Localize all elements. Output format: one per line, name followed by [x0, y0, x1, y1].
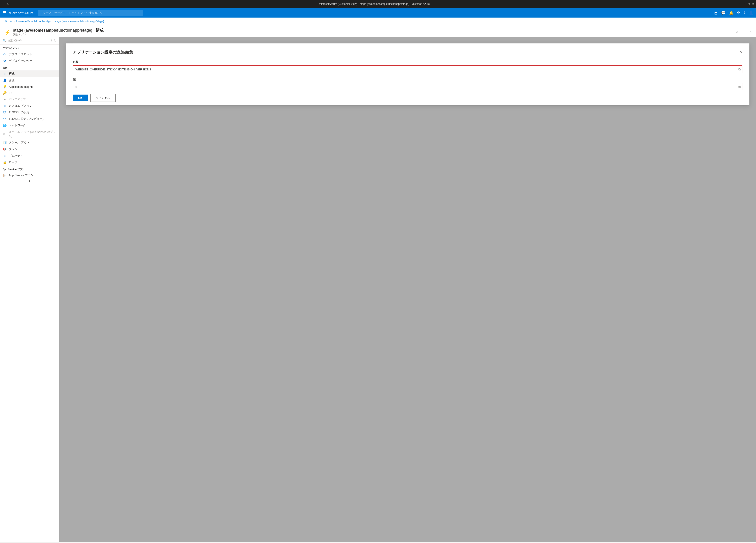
sidebar-search-input[interactable]	[7, 39, 48, 42]
push-icon: 📢	[3, 147, 7, 151]
browser-minimize-icon[interactable]: −	[744, 2, 745, 5]
sidebar-section-app-service-plan: App Service プラン	[0, 166, 59, 172]
page-close-icon[interactable]: ×	[750, 30, 752, 34]
sidebar-item-tls-ssl[interactable]: 🛡 TLS/SSL の設定	[0, 109, 59, 116]
sidebar-item-lock-label: ロック	[9, 160, 17, 164]
page-header-text: stage (awesomesamplefunctionapp/stage) |…	[13, 28, 104, 37]
sidebar-item-backup[interactable]: ☁ バックアップ	[0, 96, 59, 102]
browser-maximize-icon[interactable]: □	[748, 2, 750, 5]
sidebar-item-network[interactable]: 🌐 ネットワーク	[0, 122, 59, 129]
config-icon: ≡	[3, 72, 7, 75]
sidebar-item-deploy-center[interactable]: ⚙ デプロイ センター	[0, 57, 59, 64]
properties-icon: ≡	[3, 154, 7, 158]
sidebar-item-config-label: 構成	[9, 72, 14, 76]
id-icon: 🔑	[3, 91, 7, 95]
sidebar-item-lock[interactable]: 🔒 ロック	[0, 159, 59, 166]
sidebar-item-custom-domain[interactable]: 🖥 カスタム ドメイン	[0, 102, 59, 109]
sidebar-item-deploy-slot-label: デプロイ スロット	[9, 52, 32, 56]
sidebar-item-properties-label: プロパティ	[9, 154, 23, 158]
sidebar-item-app-insights[interactable]: 💡 Application Insights	[0, 84, 59, 90]
navbar-icons: ⬒ 💬 🔔 ⚙ ? 👤	[714, 11, 753, 15]
account-icon[interactable]: 👤	[749, 11, 753, 15]
settings-icon[interactable]: ⚙	[737, 11, 740, 15]
sidebar-refresh-icon[interactable]: ↻	[54, 39, 56, 42]
value-form-group: 値 ⧉	[73, 78, 742, 91]
sidebar-item-network-label: ネットワーク	[9, 124, 26, 127]
page-more-icon[interactable]: ···	[740, 30, 743, 34]
sidebar-item-scale-out[interactable]: 📊 スケール アウト	[0, 139, 59, 146]
sidebar-search-bar: 🔍 《 ↻	[0, 37, 59, 45]
scale-up-icon: ✏	[3, 132, 6, 136]
browser-controls: ··· − □ ×	[739, 2, 754, 5]
cloud-shell-icon[interactable]: ⬒	[714, 11, 718, 15]
sidebar-item-backup-label: バックアップ	[9, 97, 26, 101]
sidebar-item-scale-out-label: スケール アウト	[9, 141, 30, 145]
sidebar-item-custom-domain-label: カスタム ドメイン	[9, 104, 32, 108]
browser-topbar: ← ↻ Microsoft Azure (Customer View) - st…	[0, 0, 756, 8]
sidebar-item-push-label: プッシュ	[9, 147, 20, 151]
name-input[interactable]	[73, 65, 742, 73]
name-form-group: 名前 ⧉	[73, 60, 742, 73]
sidebar-item-auth-label: 認証	[9, 78, 14, 82]
sidebar-item-app-service-plan[interactable]: 📋 App Service プラン	[0, 172, 59, 179]
main-layout: 🔍 《 ↻ デプロイメント 🗂 デプロイ スロット ⚙ デプロイ センター 設定…	[0, 37, 756, 542]
dialog-overlay	[59, 37, 756, 542]
sidebar-item-tls-ssl-preview[interactable]: 🛡 TLS/SSL 設定 (プレビュー)	[0, 116, 59, 122]
value-label: 値	[73, 78, 742, 82]
dialog-close-button[interactable]: ×	[740, 50, 742, 55]
sidebar-dropdown-icon[interactable]: ▼	[0, 179, 59, 183]
name-copy-button[interactable]: ⧉	[738, 68, 741, 71]
network-icon: 🌐	[3, 124, 7, 127]
browser-back-icon[interactable]: ←	[2, 2, 5, 6]
app-insights-icon: 💡	[3, 85, 7, 88]
browser-close-icon[interactable]: ×	[752, 2, 754, 5]
sidebar-item-tls-ssl-preview-label: TLS/SSL 設定 (プレビュー)	[9, 117, 43, 121]
sidebar-collapse-icon[interactable]: 《	[49, 39, 52, 43]
deploy-center-icon: ⚙	[3, 59, 7, 63]
browser-refresh-icon[interactable]: ↻	[7, 2, 10, 6]
search-icon: 🔍	[3, 39, 6, 42]
sidebar-item-config[interactable]: ≡ 構成	[0, 70, 59, 77]
hamburger-icon[interactable]: ☰	[3, 10, 6, 15]
azure-navbar: ☰ Microsoft Azure ⬒ 💬 🔔 ⚙ ? 👤	[0, 8, 756, 18]
tls-ssl-preview-icon: 🛡	[3, 117, 7, 121]
page-title: stage (awesomesamplefunctionapp/stage) |…	[13, 28, 104, 33]
name-label: 名前	[73, 60, 742, 64]
breadcrumb-stage[interactable]: stage (awesomesamplefunctionapp/stage)	[55, 20, 104, 23]
app-service-plan-icon: 📋	[3, 174, 7, 177]
sidebar-section-settings: 設定	[0, 64, 59, 70]
browser-menu-icon[interactable]: ···	[739, 2, 741, 5]
sidebar-item-properties[interactable]: ≡ プロパティ	[0, 152, 59, 159]
page-header: ⚡ stage (awesomesamplefunctionapp/stage)…	[0, 25, 756, 37]
sidebar-item-id[interactable]: 🔑 ID	[0, 90, 59, 96]
dialog-title: アプリケーション設定の追加/編集	[73, 50, 133, 55]
value-input[interactable]	[73, 83, 742, 91]
notifications-icon[interactable]: 🔔	[729, 11, 733, 15]
ok-button[interactable]: OK	[73, 95, 88, 101]
sidebar-item-deploy-slot[interactable]: 🗂 デプロイ スロット	[0, 51, 59, 57]
tls-ssl-icon: 🛡	[3, 111, 7, 114]
value-copy-button[interactable]: ⧉	[738, 85, 741, 89]
sidebar-item-scale-up-label: スケール アップ (App Service のプラン)	[9, 130, 56, 138]
global-search-input[interactable]	[38, 10, 143, 16]
feedback-icon[interactable]: 💬	[721, 11, 726, 15]
dialog-footer: OK キャンセル	[66, 90, 749, 105]
sidebar-item-deploy-center-label: デプロイ センター	[9, 59, 32, 63]
sidebar-section-deployment: デプロイメント	[0, 45, 59, 51]
custom-domain-icon: 🖥	[3, 104, 7, 108]
page-subtitle: 関数アプリ	[13, 33, 104, 37]
browser-title: Microsoft Azure (Customer View) - stage …	[11, 2, 737, 5]
deploy-slot-icon: 🗂	[3, 52, 7, 56]
cancel-button[interactable]: キャンセル	[90, 94, 116, 102]
breadcrumb-home[interactable]: ホーム	[4, 19, 12, 23]
sidebar-item-tls-ssl-label: TLS/SSL の設定	[9, 110, 29, 114]
help-icon[interactable]: ?	[743, 11, 745, 15]
page-star-icon[interactable]: ☆	[736, 30, 739, 34]
sidebar-item-auth[interactable]: 👤 認証	[0, 77, 59, 84]
name-input-wrapper: ⧉	[73, 65, 742, 73]
breadcrumb-app[interactable]: AwesomeSampleFunctionApp	[16, 20, 51, 23]
sidebar-item-scale-up[interactable]: ✏ スケール アップ (App Service のプラン)	[0, 129, 59, 139]
dialog-header: アプリケーション設定の追加/編集 ×	[73, 50, 742, 55]
sidebar-item-push[interactable]: 📢 プッシュ	[0, 146, 59, 152]
sidebar-item-id-label: ID	[9, 91, 12, 95]
